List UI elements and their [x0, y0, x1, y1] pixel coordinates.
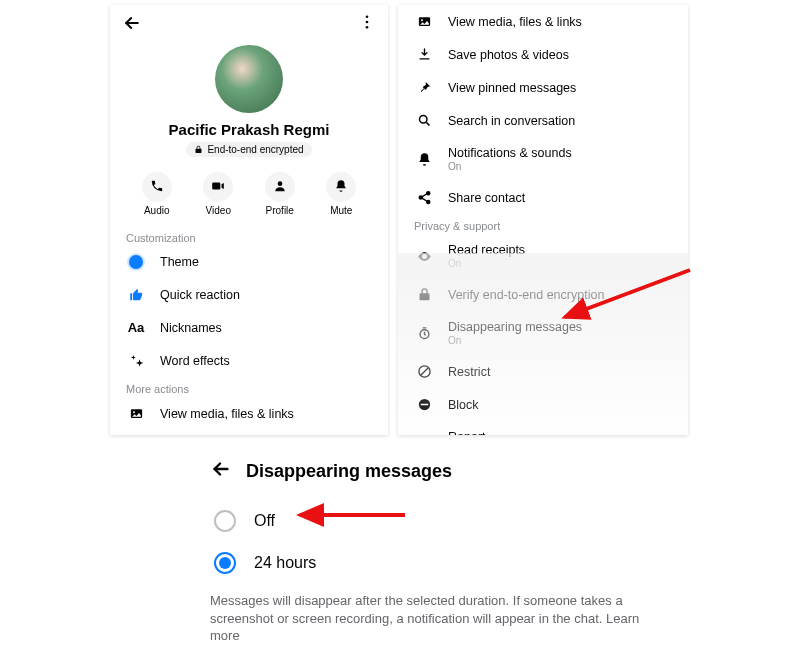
- chat-settings-right-panel: View media, files & links Save photos & …: [398, 5, 688, 435]
- search-icon: [414, 113, 434, 128]
- view-media-item[interactable]: View media, files & links: [398, 5, 688, 38]
- video-action[interactable]: Video: [203, 172, 233, 216]
- privacy-section-label: Privacy & support: [398, 214, 688, 234]
- restrict-icon: [414, 364, 434, 379]
- profile-name: Pacific Prakash Regmi: [110, 121, 388, 138]
- encryption-badge: End-to-end encrypted: [186, 142, 311, 157]
- more-actions-section-label: More actions: [110, 377, 388, 397]
- save-photos-item-cut[interactable]: Save photos & videos: [110, 430, 388, 435]
- eye-icon: [414, 249, 434, 264]
- media-icon: [414, 14, 434, 29]
- timer-icon: [414, 326, 434, 341]
- page-title: Disappearing messages: [246, 461, 452, 482]
- search-item[interactable]: Search in conversation: [398, 104, 688, 137]
- verify-encryption-item[interactable]: Verify end-to-end encryption: [398, 278, 688, 311]
- more-icon[interactable]: [358, 13, 376, 37]
- phone-icon: [150, 179, 164, 195]
- description-text: Messages will disappear after the select…: [210, 584, 640, 645]
- avatar[interactable]: [215, 45, 283, 113]
- aa-icon: Aa: [126, 320, 146, 335]
- audio-action[interactable]: Audio: [142, 172, 172, 216]
- radio-off-icon: [214, 510, 236, 532]
- back-icon[interactable]: [122, 13, 142, 37]
- nicknames-item[interactable]: Aa Nicknames: [110, 311, 388, 344]
- back-icon[interactable]: [210, 458, 232, 484]
- chat-settings-left-panel: Pacific Prakash Regmi End-to-end encrypt…: [110, 5, 388, 435]
- block-icon: [414, 397, 434, 412]
- svg-point-2: [366, 26, 369, 29]
- svg-point-7: [421, 19, 423, 21]
- media-icon: [126, 406, 146, 421]
- sparkle-icon: [126, 353, 146, 368]
- share-contact-item[interactable]: Share contact: [398, 181, 688, 214]
- mute-action[interactable]: Mute: [326, 172, 356, 216]
- view-media-item-left[interactable]: View media, files & links: [110, 397, 388, 430]
- option-off[interactable]: Off: [210, 500, 640, 542]
- profile-action[interactable]: Profile: [265, 172, 295, 216]
- theme-item[interactable]: Theme: [110, 246, 388, 278]
- save-photos-item[interactable]: Save photos & videos: [398, 38, 688, 71]
- lock-icon: [414, 287, 434, 302]
- svg-point-3: [277, 181, 282, 186]
- svg-point-8: [419, 116, 427, 124]
- svg-point-1: [366, 21, 369, 24]
- notifications-item[interactable]: Notifications & soundsOn: [398, 137, 688, 181]
- radio-24h-icon: [214, 552, 236, 574]
- bell-icon: [414, 152, 434, 167]
- theme-icon: [126, 255, 146, 269]
- svg-point-12: [423, 255, 426, 258]
- view-pinned-item[interactable]: View pinned messages: [398, 71, 688, 104]
- svg-rect-15: [420, 404, 428, 406]
- option-24h[interactable]: 24 hours: [210, 542, 640, 584]
- bell-icon: [334, 179, 348, 195]
- person-icon: [273, 179, 287, 195]
- share-icon: [414, 190, 434, 205]
- block-item[interactable]: Block: [398, 388, 688, 421]
- pin-icon: [414, 80, 434, 95]
- disappearing-messages-item[interactable]: Disappearing messagesOn: [398, 311, 688, 355]
- word-effects-item[interactable]: Word effects: [110, 344, 388, 377]
- thumb-icon: [126, 287, 146, 302]
- svg-point-0: [366, 15, 369, 18]
- svg-point-5: [133, 411, 135, 413]
- restrict-item[interactable]: Restrict: [398, 355, 688, 388]
- video-icon: [211, 179, 225, 195]
- report-item[interactable]: ReportGive feedback and report conversat…: [398, 421, 688, 435]
- disappearing-messages-panel: Disappearing messages Off 24 hours Messa…: [210, 450, 640, 645]
- download-icon: [414, 47, 434, 62]
- quick-reaction-item[interactable]: Quick reaction: [110, 278, 388, 311]
- read-receipts-item[interactable]: Read receiptsOn: [398, 234, 688, 278]
- customization-section-label: Customization: [110, 226, 388, 246]
